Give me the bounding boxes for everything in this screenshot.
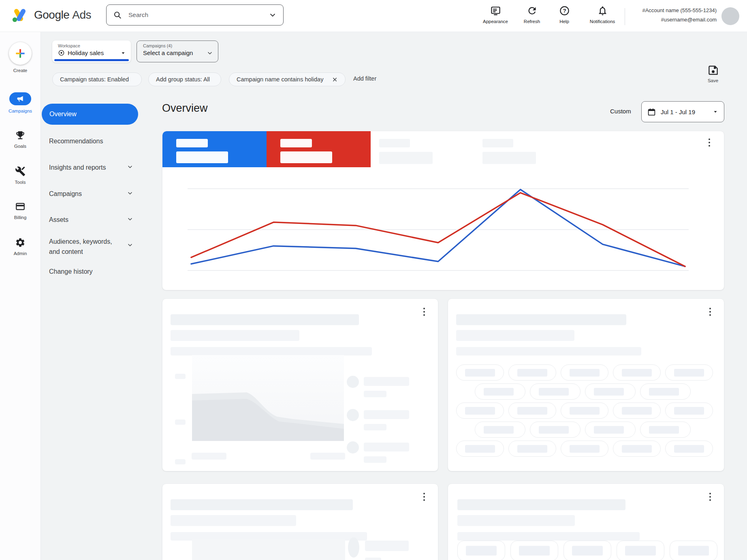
- save-icon: [708, 65, 719, 76]
- placeholder-chip: [561, 402, 608, 419]
- subtitle-placeholder: [457, 515, 575, 526]
- sidebar-item-admin[interactable]: Admin: [0, 237, 41, 256]
- legend-sublabel-placeholder: [365, 558, 381, 560]
- help-button[interactable]: ? Help: [546, 5, 583, 24]
- title-placeholder: [456, 314, 626, 325]
- placeholder-chip: [665, 364, 713, 381]
- card-menu-button[interactable]: [422, 491, 427, 503]
- subnav-item-recommendations[interactable]: Recommendations: [49, 136, 140, 147]
- chevron-down-icon[interactable]: [127, 190, 133, 196]
- placeholder-chip: [510, 541, 558, 560]
- appearance-icon: [490, 5, 501, 16]
- chevron-down-icon[interactable]: [127, 164, 133, 170]
- legend-label-placeholder: [365, 541, 409, 551]
- account-info[interactable]: #Account name (555-555-1234) #username@e…: [630, 6, 717, 25]
- page-title: Overview: [162, 102, 208, 115]
- metric-card-empty-1[interactable]: [371, 131, 476, 167]
- placeholder-chip: [457, 541, 505, 560]
- search-input[interactable]: [128, 11, 269, 19]
- placeholder-chip: [617, 541, 664, 560]
- chevron-down-icon[interactable]: [127, 242, 133, 248]
- tools-icon: [15, 166, 26, 177]
- workspace-icon: [58, 49, 65, 56]
- logo-text: GoogleAds: [34, 9, 91, 21]
- date-range-value: Jul 1 - Jul 19: [661, 109, 708, 115]
- subnav-item-assets[interactable]: Assets: [49, 215, 140, 225]
- series-blue-line: [191, 190, 685, 266]
- avatar[interactable]: [721, 7, 739, 25]
- create-button[interactable]: Create: [0, 42, 41, 73]
- subnav-item-overview[interactable]: Overview: [42, 104, 138, 125]
- credit-card-icon: [15, 201, 26, 212]
- placeholder-chip: [456, 441, 504, 457]
- placeholder-chip: [613, 441, 661, 457]
- subnav-item-campaigns[interactable]: Campaigns: [49, 189, 140, 199]
- placeholder-chip: [475, 422, 525, 438]
- overview-chart-card: [162, 131, 724, 290]
- metric-label-placeholder: [379, 139, 410, 147]
- refresh-button[interactable]: Refresh: [514, 5, 550, 24]
- appearance-button[interactable]: Appearance: [477, 5, 514, 24]
- axis-label-placeholder: [175, 459, 186, 464]
- rail-campaigns-pill: [9, 92, 31, 105]
- legend-sublabel-placeholder: [364, 424, 386, 430]
- placeholder-chip: [665, 402, 713, 419]
- legend-swatch-placeholder: [347, 376, 359, 388]
- sidebar-item-billing[interactable]: Billing: [0, 201, 41, 220]
- chevron-down-icon[interactable]: [127, 216, 133, 222]
- sidebar-item-goals[interactable]: Goals: [0, 130, 41, 149]
- placeholder-chip: [508, 402, 556, 419]
- text-placeholder: [457, 532, 640, 541]
- notifications-icon: [597, 5, 608, 16]
- navigation-rail: Create Campaigns Goals Tools: [0, 32, 41, 560]
- campaign-selector-value: Select a campaign: [143, 49, 204, 56]
- card-menu-button[interactable]: [708, 306, 713, 317]
- gear-icon: [15, 237, 26, 248]
- date-mode-label[interactable]: Custom: [610, 108, 631, 115]
- add-filter-button[interactable]: Add filter: [353, 75, 376, 82]
- axis-label-placeholder: [175, 374, 186, 379]
- close-icon[interactable]: [332, 77, 338, 83]
- subnav-item-audiences-keywords-content[interactable]: Audiences, keywords, and content: [49, 237, 123, 257]
- placeholder-chip: [640, 422, 691, 438]
- metric-value-placeholder: [176, 151, 228, 163]
- text-placeholder: [171, 347, 372, 356]
- chevron-down-icon[interactable]: [269, 11, 277, 19]
- metric-value-placeholder: [280, 151, 332, 163]
- skeleton-area-chart: [192, 355, 344, 441]
- save-button[interactable]: Save: [698, 65, 728, 83]
- account-email: #username@email.com: [630, 15, 717, 25]
- legend-swatch-placeholder: [348, 537, 359, 558]
- x-axis-label-placeholder: [310, 453, 345, 460]
- metric-value-placeholder: [482, 152, 536, 164]
- calendar-icon: [647, 108, 656, 116]
- notifications-button[interactable]: Notifications: [583, 5, 622, 24]
- filter-chip-campaign-status[interactable]: Campaign status: Enabled: [52, 72, 142, 86]
- sidebar-item-tools[interactable]: Tools: [0, 166, 41, 185]
- topbar-divider: [625, 8, 625, 25]
- card-menu-button[interactable]: [708, 491, 713, 503]
- sidebar-item-campaigns[interactable]: Campaigns: [0, 92, 41, 113]
- search-bar[interactable]: [106, 4, 284, 26]
- card-menu-button[interactable]: [422, 306, 427, 317]
- metric-card-blue[interactable]: [162, 131, 267, 167]
- placeholder-chip: [530, 422, 581, 438]
- subnav-item-insights-and-reports[interactable]: Insights and reports: [49, 163, 140, 173]
- card-menu-button[interactable]: [707, 137, 712, 148]
- date-range-picker[interactable]: Jul 1 - Jul 19: [641, 101, 724, 122]
- insight-card-chips-2: [448, 483, 724, 560]
- google-ads-app: GoogleAds Appearance Refresh: [0, 0, 747, 560]
- filter-chip-ad-group-status[interactable]: Add group status: All: [148, 72, 221, 86]
- insight-card-chart: [162, 298, 438, 471]
- metric-card-empty-2[interactable]: [476, 131, 581, 167]
- workspace-label: Workspace: [58, 43, 126, 48]
- workspace-selector[interactable]: Workspace Holiday sales: [52, 40, 131, 62]
- filter-chip-campaign-name[interactable]: Campaign name contains holiday: [229, 72, 346, 86]
- legend-label-placeholder: [364, 410, 409, 419]
- placeholder-chip: [640, 383, 691, 400]
- subnav-item-change-history[interactable]: Change history: [49, 267, 140, 277]
- chip-row: [457, 541, 717, 560]
- campaign-selector[interactable]: Campaigns (4) Select a campaign: [137, 40, 218, 62]
- placeholder-chip: [530, 383, 581, 400]
- metric-card-red[interactable]: [267, 131, 371, 167]
